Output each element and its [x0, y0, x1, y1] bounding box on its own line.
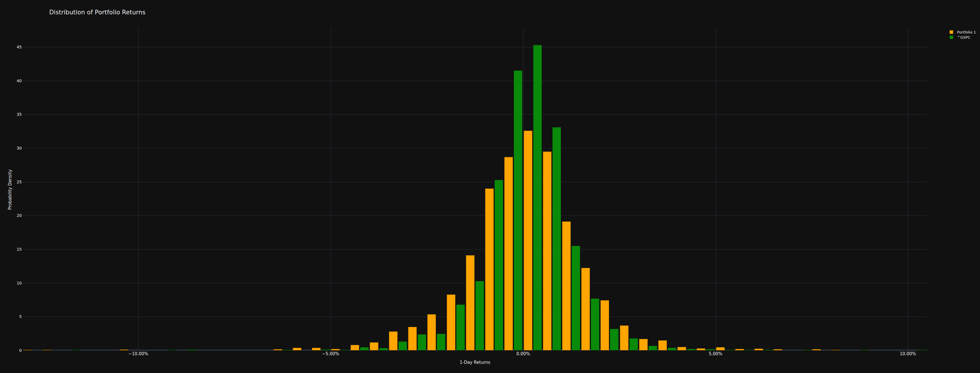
- chart-title: Distribution of Portfolio Returns: [49, 9, 145, 16]
- x-axis-line: [23, 350, 927, 351]
- histogram-bar-gspc[interactable]: [379, 348, 388, 351]
- gridline-x-10: [908, 28, 908, 351]
- histogram-bar-portfolio-1[interactable]: [43, 350, 51, 351]
- histogram-bar-gspc[interactable]: [283, 350, 292, 351]
- histogram-bar-portfolio-1[interactable]: [697, 348, 705, 351]
- gridline-x--10: [138, 28, 138, 351]
- histogram-bar-gspc[interactable]: [803, 350, 811, 351]
- gridline-y-35: [23, 114, 927, 115]
- histogram-bar-portfolio-1[interactable]: [620, 325, 628, 351]
- histogram-bar-portfolio-1[interactable]: [351, 345, 359, 351]
- histogram-bar-gspc[interactable]: [360, 347, 369, 351]
- histogram-bar-portfolio-1[interactable]: [119, 349, 128, 351]
- histogram-bar-gspc[interactable]: [167, 350, 176, 351]
- histogram-bar-portfolio-1[interactable]: [812, 349, 821, 351]
- histogram-bar-gspc[interactable]: [706, 349, 715, 351]
- gridline-y-45: [23, 47, 927, 47]
- gridline-x--5: [331, 28, 331, 351]
- gridline-x-0: [523, 28, 523, 351]
- histogram-bar-gspc[interactable]: [187, 349, 196, 351]
- x-tick-label: 10.00%: [888, 352, 928, 356]
- histogram-bar-gspc[interactable]: [340, 350, 349, 351]
- histogram-bar-portfolio-1[interactable]: [562, 222, 571, 351]
- histogram-bar-portfolio-1[interactable]: [716, 347, 725, 351]
- histogram-bar-gspc[interactable]: [725, 350, 734, 351]
- histogram-bar-gspc[interactable]: [591, 298, 599, 351]
- histogram-bar-portfolio-1[interactable]: [274, 349, 282, 351]
- x-axis-title: 1-Day Returns: [0, 360, 950, 365]
- histogram-bar-portfolio-1[interactable]: [639, 339, 648, 351]
- histogram-bar-portfolio-1[interactable]: [524, 131, 532, 351]
- histogram-bar-portfolio-1[interactable]: [581, 268, 590, 351]
- x-tick-label: 5.00%: [695, 352, 736, 356]
- histogram-bar-portfolio-1[interactable]: [447, 295, 455, 351]
- histogram-bar-portfolio-1[interactable]: [678, 347, 686, 351]
- histogram-bar-portfolio-1[interactable]: [331, 349, 340, 351]
- y-tick-label: 35: [2, 112, 22, 116]
- y-tick-label: 25: [2, 180, 22, 184]
- x-tick-label: −5.00%: [310, 352, 351, 356]
- y-tick-label: 30: [2, 146, 22, 150]
- histogram-bar-gspc[interactable]: [495, 180, 503, 351]
- legend-swatch-gspc: [950, 35, 953, 39]
- histogram-bar-portfolio-1[interactable]: [312, 348, 321, 351]
- histogram-bar-gspc[interactable]: [476, 281, 484, 351]
- legend-swatch-portfolio-1: [950, 30, 953, 34]
- histogram-bar-portfolio-1[interactable]: [543, 151, 552, 351]
- gridline-x-5: [716, 28, 716, 351]
- histogram-bar-gspc[interactable]: [764, 350, 773, 351]
- histogram-bar-gspc[interactable]: [398, 341, 407, 351]
- histogram-bar-gspc[interactable]: [418, 334, 426, 351]
- gridline-y-25: [23, 182, 927, 182]
- histogram-bar-gspc[interactable]: [437, 334, 445, 351]
- x-tick-label: −10.00%: [118, 352, 158, 356]
- legend-label-portfolio-1: Portfolio 1: [957, 30, 976, 34]
- gridline-y-40: [23, 81, 927, 81]
- legend: Portfolio 1 ^GSPC: [950, 30, 976, 40]
- legend-label-gspc: ^GSPC: [957, 35, 970, 40]
- histogram-bar-gspc[interactable]: [629, 338, 638, 351]
- histogram-bar-portfolio-1[interactable]: [370, 342, 379, 351]
- histogram-bar-gspc[interactable]: [860, 350, 869, 351]
- histogram-bar-gspc[interactable]: [321, 349, 330, 351]
- legend-item-gspc[interactable]: ^GSPC: [950, 35, 976, 40]
- gridline-y-30: [23, 148, 927, 148]
- x-tick-label: 0.00%: [503, 352, 543, 356]
- y-tick-label: 0: [2, 348, 22, 352]
- y-axis-title: Probability Density: [8, 161, 13, 218]
- histogram-bar-gspc[interactable]: [918, 350, 926, 351]
- histogram-bar-gspc[interactable]: [745, 350, 753, 351]
- histogram-bar-gspc[interactable]: [71, 350, 80, 351]
- y-tick-label: 15: [2, 247, 22, 251]
- histogram-bar-portfolio-1[interactable]: [504, 157, 513, 351]
- histogram-bar-portfolio-1[interactable]: [600, 300, 609, 351]
- histogram-bar-portfolio-1[interactable]: [466, 255, 474, 351]
- y-tick-label: 45: [2, 45, 22, 49]
- histogram-bar-portfolio-1[interactable]: [754, 349, 763, 351]
- y-tick-label: 5: [2, 314, 22, 319]
- histogram-bar-gspc[interactable]: [456, 304, 465, 351]
- y-tick-label: 20: [2, 214, 22, 217]
- histogram-bar-portfolio-1[interactable]: [774, 349, 782, 351]
- histogram-bar-gspc[interactable]: [552, 127, 561, 351]
- histogram-bar-portfolio-1[interactable]: [658, 340, 667, 351]
- histogram-bar-portfolio-1[interactable]: [293, 348, 301, 351]
- histogram-bar-portfolio-1[interactable]: [408, 327, 417, 351]
- histogram-bar-gspc[interactable]: [649, 346, 657, 351]
- histogram-bar-portfolio-1[interactable]: [389, 332, 398, 351]
- histogram-bar-gspc[interactable]: [514, 70, 522, 351]
- histogram-bar-portfolio-1[interactable]: [485, 188, 494, 351]
- histogram-bar-portfolio-1[interactable]: [24, 350, 32, 351]
- histogram-bar-gspc[interactable]: [668, 348, 676, 351]
- histogram-bar-gspc[interactable]: [610, 329, 619, 351]
- histogram-bar-gspc[interactable]: [533, 45, 542, 351]
- histogram-bar-portfolio-1[interactable]: [427, 314, 436, 351]
- legend-item-portfolio-1[interactable]: Portfolio 1: [950, 30, 976, 35]
- histogram-bar-portfolio-1[interactable]: [735, 349, 744, 351]
- chart-canvas: Distribution of Portfolio Returns Probab…: [0, 0, 980, 373]
- histogram-bar-gspc[interactable]: [687, 349, 695, 351]
- y-tick-label: 10: [2, 281, 22, 285]
- gridline-y-20: [23, 215, 927, 216]
- histogram-bar-portfolio-1[interactable]: [832, 350, 840, 351]
- histogram-bar-gspc[interactable]: [571, 246, 580, 351]
